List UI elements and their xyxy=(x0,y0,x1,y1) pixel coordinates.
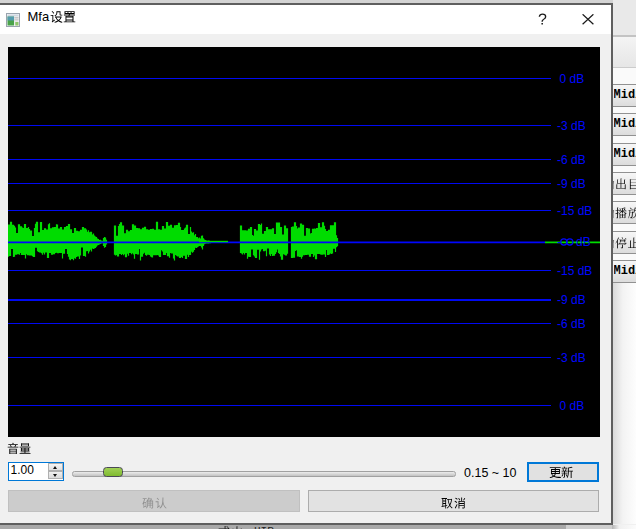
svg-text:0 dB: 0 dB xyxy=(560,72,585,86)
svg-text:-3 dB: -3 dB xyxy=(557,351,586,365)
svg-text:-6 dB: -6 dB xyxy=(557,317,586,331)
svg-text:-15 dB: -15 dB xyxy=(557,204,592,218)
svg-text:-15 dB: -15 dB xyxy=(557,264,592,278)
svg-text:0 dB: 0 dB xyxy=(560,399,585,413)
svg-text:-9 dB: -9 dB xyxy=(557,293,586,307)
svg-text:-6 dB: -6 dB xyxy=(557,153,586,167)
svg-text:dB: dB xyxy=(576,235,591,249)
svg-text:-3 dB: -3 dB xyxy=(557,119,586,133)
svg-text:-9 dB: -9 dB xyxy=(557,177,586,191)
